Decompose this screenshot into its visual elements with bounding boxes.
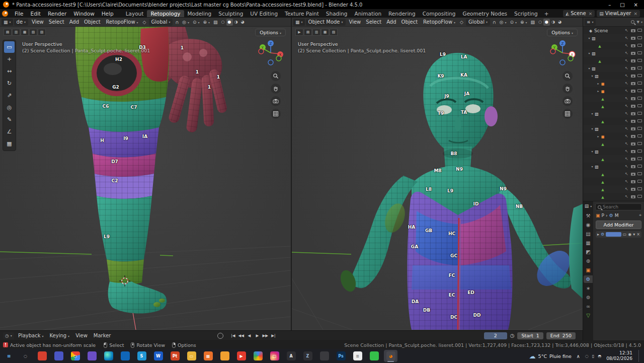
proportional-edit-icon[interactable]: ◎	[181, 20, 191, 25]
weather-widget[interactable]: ☁ 5°C Pluie fine	[529, 352, 572, 360]
background-object[interactable]	[569, 204, 583, 299]
render-toggle-icon[interactable]	[631, 134, 635, 139]
play-button[interactable]: ▶	[254, 332, 261, 339]
xray-icon[interactable]: ▨	[529, 20, 537, 25]
cursor-tool[interactable]: +	[4, 53, 15, 65]
pan-hand-icon[interactable]	[562, 84, 573, 94]
selectable-toggle-icon[interactable]	[624, 126, 629, 131]
timeline-menu[interactable]: Marker	[91, 333, 114, 338]
menubar-item[interactable]: Render	[44, 11, 70, 17]
disclosure-icon[interactable]: ▸	[596, 134, 600, 138]
minimize-button[interactable]: –	[608, 2, 611, 8]
app-green[interactable]	[367, 350, 381, 362]
mode-toggle-button[interactable]: ▥	[12, 29, 20, 36]
selectable-toggle-icon[interactable]	[624, 89, 629, 94]
zoom-icon[interactable]	[562, 71, 573, 81]
pivot-icon[interactable]: ◇	[458, 20, 465, 25]
viewport-toggle-icon[interactable]	[637, 111, 642, 116]
properties-search[interactable]	[595, 203, 642, 210]
jump-to-end-button[interactable]: ▶|	[270, 332, 277, 339]
viewport-menu[interactable]: Select	[363, 19, 384, 25]
disclosure-icon[interactable]: ▾	[590, 150, 594, 153]
render-toggle-icon[interactable]	[631, 81, 635, 86]
outliner-row[interactable]	[583, 42, 644, 49]
timeline-menu[interactable]: Playback	[15, 333, 47, 338]
viewport-toggle-icon[interactable]	[637, 141, 642, 147]
outliner-row[interactable]	[583, 95, 644, 102]
pivot-icon[interactable]: ◇	[141, 20, 148, 25]
viewport-toggle-icon[interactable]	[637, 96, 642, 101]
shading-mode-icon[interactable]: ●	[543, 19, 550, 26]
viewport-toggle-icon[interactable]	[637, 187, 642, 192]
shading-mode-icon[interactable]: ◕	[556, 19, 563, 26]
start-button[interactable]: ⊞	[2, 350, 16, 362]
expand-icon[interactable]: ▸	[597, 232, 599, 237]
camera-view-icon[interactable]	[271, 96, 281, 106]
render-toggle-icon[interactable]	[631, 28, 635, 33]
outliner-row[interactable]: ▸	[583, 80, 644, 87]
modifiers-tab[interactable]: ⚙	[584, 275, 593, 283]
shading-mode-icon[interactable]: ○	[220, 19, 226, 26]
viewport-menu[interactable]: Select	[46, 19, 67, 25]
selectable-toggle-icon[interactable]	[624, 66, 629, 71]
workspace-tab[interactable]: Rendering	[385, 10, 419, 17]
app-z[interactable]: Z	[301, 350, 314, 362]
world-tab[interactable]: ⊕	[584, 257, 593, 265]
render-toggle-icon[interactable]	[631, 119, 635, 124]
outliner-row[interactable]: ▾	[583, 125, 644, 132]
mode-dropdown[interactable]: de	[14, 19, 29, 26]
options-button[interactable]: Options	[547, 29, 578, 36]
app-skype[interactable]: S	[135, 350, 148, 362]
render-toggle-icon[interactable]	[631, 157, 635, 162]
viewport-toggle-icon[interactable]	[637, 104, 642, 109]
viewport-toggle-icon[interactable]	[637, 157, 642, 162]
proportional-edit-icon[interactable]: ◎	[498, 20, 508, 25]
add-workspace-button[interactable]: +	[541, 11, 552, 17]
viewport-toggle-icon[interactable]	[637, 28, 642, 33]
viewport-menu[interactable]: Add	[384, 19, 398, 25]
selectable-toggle-icon[interactable]	[624, 172, 629, 177]
blender[interactable]: ◕	[384, 350, 397, 362]
workspace-tab[interactable]: Modeling	[184, 10, 215, 17]
tray-icon[interactable]: ◓	[598, 354, 601, 358]
viewport-toggle-icon[interactable]	[637, 58, 642, 63]
menubar-item[interactable]: Help	[98, 11, 117, 17]
selectable-toggle-icon[interactable]	[624, 164, 629, 169]
selectable-toggle-icon[interactable]	[624, 104, 629, 109]
outliner-row[interactable]	[583, 57, 644, 64]
workspace-tab[interactable]: Scripting	[511, 10, 541, 17]
app-dark-a[interactable]: A	[284, 350, 298, 362]
add-modifier-button[interactable]: Add Modifier	[596, 221, 641, 229]
viewport-toggle-icon[interactable]	[637, 36, 642, 41]
outliner-row[interactable]: ▾	[583, 49, 644, 57]
shading-mode-icon[interactable]: ◑	[550, 19, 556, 26]
app-colorwheel[interactable]	[251, 350, 265, 362]
disclosure-icon[interactable]: ▾	[590, 127, 594, 130]
scale-tool[interactable]: ⇗	[4, 90, 15, 101]
outliner-row[interactable]	[583, 170, 644, 178]
selectable-toggle-icon[interactable]	[624, 81, 629, 86]
breadcrumb-object[interactable]: P	[602, 213, 604, 218]
disclosure-icon[interactable]: ▾	[590, 112, 594, 115]
timeline-editor-icon[interactable]: ◷	[3, 332, 14, 339]
mode-toggle-button[interactable]: ▨	[38, 29, 46, 36]
object-data-tab[interactable]: ▽	[584, 312, 593, 319]
powerpoint[interactable]: Pt	[168, 350, 182, 362]
selectable-toggle-icon[interactable]	[624, 43, 629, 48]
search-button[interactable]: ◌	[19, 350, 32, 362]
next-keyframe-button[interactable]: ▶▶	[262, 332, 269, 339]
options-button[interactable]: Options	[255, 29, 286, 36]
filter-icon[interactable]: ▼	[637, 20, 642, 24]
gizmos-icon[interactable]: ⊕	[519, 20, 529, 25]
viewport-toggle-icon[interactable]	[637, 119, 642, 124]
viewport-right-canvas[interactable]: L9LAK9KAJ9JAT9TAB8M8N9L8L9N9IDNBHAGBHCGA…	[292, 27, 583, 330]
modifier-panel-header[interactable]: ▸ ⚙ ▭ ◉ ▾ ×	[596, 231, 641, 238]
xray-icon[interactable]: ▨	[212, 20, 219, 25]
play-reverse-button[interactable]: ◀	[246, 332, 253, 339]
rotate-tool[interactable]: ↻	[4, 78, 15, 89]
outliner-row[interactable]: ▾	[583, 34, 644, 42]
app-red[interactable]	[35, 350, 49, 362]
viewport-toggle-icon[interactable]	[637, 149, 642, 154]
object-tab[interactable]: ▣	[584, 266, 593, 274]
extras-dropdown-icon[interactable]: ▾	[633, 232, 635, 237]
